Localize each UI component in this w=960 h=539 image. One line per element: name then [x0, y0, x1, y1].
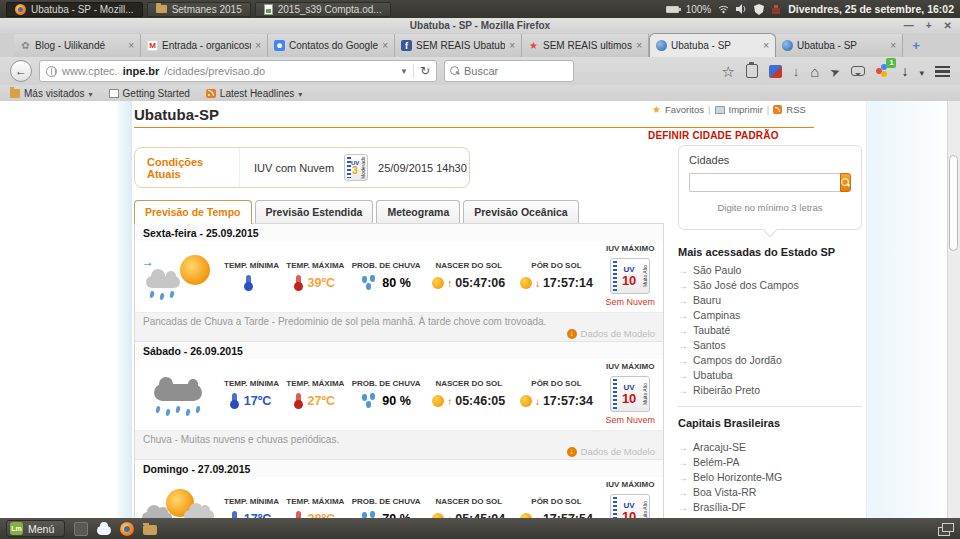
down-arrow-icon[interactable] [793, 65, 800, 78]
bookmark-item[interactable]: Latest Headlines [206, 88, 303, 99]
browser-tab[interactable]: Ubatuba - SP [649, 33, 776, 57]
bookmark-item[interactable]: Getting Started [109, 88, 190, 99]
forecast-day: Domingo - 27.09.2015 TEMP. MÍNIMA 17ºC T… [135, 459, 663, 518]
cloud-app-icon[interactable] [97, 526, 111, 535]
uv-max-label: IUV MÁXIMO [599, 244, 661, 253]
close-button[interactable]: ✕ [944, 18, 952, 33]
forecast-tab[interactable]: Previsão Estendida [255, 200, 374, 223]
city-link[interactable]: Santos [678, 337, 862, 352]
files-icon[interactable] [143, 525, 157, 535]
model-data-link[interactable]: Dados de Modelo [143, 328, 655, 339]
tray-app-icon[interactable] [771, 4, 781, 14]
city-link[interactable]: São José dos Campos [678, 277, 862, 292]
browser-tab[interactable]: SEM REAIS ultimos p... [522, 34, 649, 57]
forecast-tab[interactable]: Meteograma [376, 200, 460, 223]
raindrops-icon [361, 511, 376, 518]
clipboard-icon[interactable] [746, 64, 758, 78]
page-scrollbar[interactable] [947, 101, 960, 518]
arrow-right-icon [678, 324, 688, 336]
city-link[interactable]: Ribeirão Preto [678, 382, 862, 397]
home-icon[interactable] [810, 64, 819, 79]
sunrise-value: 05:47:06 [455, 276, 505, 290]
battery-label: 100% [686, 4, 712, 15]
browser-tab[interactable]: Blog - Uilikandé [14, 34, 141, 57]
arrow-right-icon [678, 264, 688, 276]
screenshot-tool-icon[interactable] [74, 522, 88, 536]
temp-max-value: 27ºC [308, 394, 336, 408]
rain-prob-value: 90 % [382, 394, 411, 408]
bookmark-icon [10, 89, 20, 98]
city-link[interactable]: Ubatuba [678, 367, 862, 382]
search-input[interactable] [464, 65, 554, 77]
search-icon [450, 66, 460, 76]
url-dropdown-icon[interactable] [400, 67, 408, 76]
forecast-tab[interactable]: Previsão Oceânica [463, 200, 578, 223]
addon-icon[interactable] [769, 65, 782, 78]
browser-tab[interactable]: Ubatuba - SP [776, 34, 903, 57]
chat-icon[interactable] [851, 66, 865, 76]
wifi-icon[interactable] [718, 4, 729, 14]
new-tab-button[interactable] [903, 34, 929, 57]
city-search-box: Cidades Digite no mínimo 3 letras [678, 145, 862, 230]
tab-close-icon[interactable] [509, 40, 515, 51]
arrow-right-icon [678, 384, 688, 396]
volume-icon[interactable] [736, 4, 747, 14]
capital-link[interactable]: Aracaju-SE [678, 439, 862, 454]
tab-close-icon[interactable] [382, 40, 388, 51]
rain-prob-value: 80 % [382, 276, 411, 290]
notifications-addon-icon[interactable]: 1 [876, 64, 890, 78]
maximize-button[interactable]: + [926, 18, 932, 33]
clock[interactable]: Divendres, 25 de setembre, 16:02 [788, 3, 954, 15]
url-bar[interactable]: www.cptec.inpe.br/cidades/previsao.do [39, 60, 437, 82]
menu-button[interactable]: Menú [6, 520, 65, 537]
workspace-switcher-icon[interactable] [938, 523, 954, 535]
sunrise-icon [432, 277, 444, 289]
downloads-caret-icon[interactable] [919, 65, 924, 78]
tab-close-icon[interactable] [890, 40, 896, 51]
bookmark-item[interactable]: Más visitados [10, 88, 93, 99]
back-button[interactable] [10, 60, 32, 82]
city-link[interactable]: Taubaté [678, 322, 862, 337]
capital-link[interactable]: Brasília-DF [678, 499, 862, 514]
temp-max-label: TEMP. MÁXIMA [282, 261, 348, 270]
city-link[interactable]: Campos do Jordão [678, 352, 862, 367]
city-link[interactable]: Campinas [678, 307, 862, 322]
bookmark-star-icon[interactable] [721, 64, 734, 79]
tab-label: Ubatuba - SP [671, 40, 759, 51]
capitals-title: Capitais Brasileiras [678, 417, 862, 429]
thermometer-max-icon [296, 511, 301, 519]
forecast-tab[interactable]: Previsão de Tempo [134, 200, 252, 224]
shield-icon[interactable] [754, 4, 764, 15]
taskbar-window-button[interactable]: Setmanes 2015 [147, 2, 251, 17]
capital-link[interactable]: Boa Vista-RR [678, 484, 862, 499]
send-tab-icon[interactable] [830, 65, 840, 78]
browser-tab[interactable]: SEM REAIS Ubatuba ... [395, 34, 522, 57]
city-search-button[interactable] [840, 173, 851, 192]
minimize-button[interactable]: — [904, 18, 914, 33]
reload-icon[interactable] [413, 64, 430, 78]
tab-close-icon[interactable] [636, 40, 642, 51]
menu-icon[interactable] [935, 66, 950, 77]
capital-link[interactable]: Belo Horizonte-MG [678, 469, 862, 484]
browser-tab[interactable]: Contatos do Google [268, 34, 395, 57]
tab-close-icon[interactable] [128, 40, 134, 51]
tab-close-icon[interactable] [255, 40, 261, 51]
browser-tab[interactable]: Entrada - organicosu... [141, 34, 268, 57]
firefox-icon[interactable] [120, 522, 134, 536]
city-link[interactable]: Bauru [678, 292, 862, 307]
downloads-icon[interactable] [901, 64, 908, 78]
bottom-taskbar: Menú [0, 518, 960, 539]
city-link[interactable]: São Paulo [678, 262, 862, 277]
model-data-link[interactable]: Dados de Modelo [143, 446, 655, 457]
tab-close-icon[interactable] [763, 40, 769, 51]
capital-link[interactable]: Belém-PA [678, 454, 862, 469]
search-bar[interactable] [444, 60, 574, 82]
capitals-section: Capitais Brasileiras Aracaju-SE Belém-PA… [678, 406, 862, 518]
scrollbar-thumb[interactable] [949, 155, 958, 251]
city-search-input[interactable] [689, 173, 840, 192]
tab-favicon [20, 40, 31, 51]
taskbar-window-button[interactable]: Ubatuba - SP - Mozill... [6, 2, 143, 17]
arrow-up-icon [447, 276, 452, 290]
uv-max-label: IUV MÁXIMO [599, 480, 661, 489]
taskbar-window-button[interactable]: 2015_s39 Compta.od... [255, 2, 391, 17]
